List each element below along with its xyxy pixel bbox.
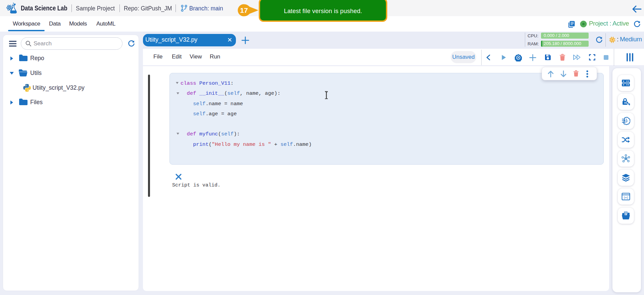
svg-text:17: 17 (240, 6, 248, 14)
svg-text:(∞): (∞) (624, 196, 628, 199)
